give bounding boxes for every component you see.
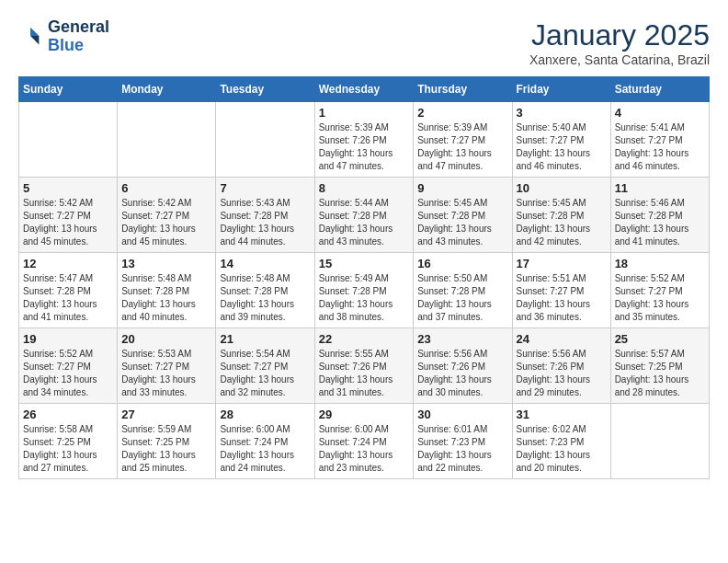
day-info: Sunrise: 5:49 AM Sunset: 7:28 PM Dayligh… [319,272,410,324]
day-info: Sunrise: 6:02 AM Sunset: 7:23 PM Dayligh… [517,423,607,475]
day-info: Sunrise: 6:00 AM Sunset: 7:24 PM Dayligh… [319,423,410,475]
day-info: Sunrise: 5:46 AM Sunset: 7:28 PM Dayligh… [615,197,705,248]
calendar-cell: 27Sunrise: 5:59 AM Sunset: 7:25 PM Dayli… [118,404,216,479]
day-info: Sunrise: 5:47 AM Sunset: 7:28 PM Dayligh… [23,272,113,324]
day-info: Sunrise: 5:58 AM Sunset: 7:25 PM Dayligh… [23,423,113,475]
logo: General Blue [18,18,109,55]
weekday-header-monday: Monday [118,77,216,102]
day-number: 19 [23,332,113,346]
day-number: 8 [319,181,410,195]
weekday-header-sunday: Sunday [19,77,118,102]
title-block: January 2025 Xanxere, Santa Catarina, Br… [529,18,710,67]
calendar-cell: 19Sunrise: 5:52 AM Sunset: 7:27 PM Dayli… [19,328,118,404]
calendar-cell: 29Sunrise: 6:00 AM Sunset: 7:24 PM Dayli… [314,404,414,479]
logo-icon [18,24,44,50]
weekday-header-tuesday: Tuesday [216,77,314,102]
calendar-cell: 31Sunrise: 6:02 AM Sunset: 7:23 PM Dayli… [512,404,610,479]
day-number: 24 [517,332,607,346]
calendar-cell: 17Sunrise: 5:51 AM Sunset: 7:27 PM Dayli… [512,253,610,328]
day-info: Sunrise: 5:44 AM Sunset: 7:28 PM Dayligh… [319,197,410,248]
day-number: 26 [23,408,113,421]
calendar-cell: 4Sunrise: 5:41 AM Sunset: 7:27 PM Daylig… [610,102,709,178]
day-info: Sunrise: 6:01 AM Sunset: 7:23 PM Dayligh… [417,423,507,475]
day-number: 2 [417,106,507,120]
day-number: 10 [517,181,607,195]
day-info: Sunrise: 5:48 AM Sunset: 7:28 PM Dayligh… [121,272,211,324]
day-info: Sunrise: 5:50 AM Sunset: 7:28 PM Dayligh… [417,272,507,324]
calendar-cell: 10Sunrise: 5:45 AM Sunset: 7:28 PM Dayli… [512,178,610,253]
calendar-week-row: 1Sunrise: 5:39 AM Sunset: 7:26 PM Daylig… [19,102,710,178]
calendar-cell: 28Sunrise: 6:00 AM Sunset: 7:24 PM Dayli… [216,404,314,479]
calendar-cell: 18Sunrise: 5:52 AM Sunset: 7:27 PM Dayli… [610,253,709,328]
day-number: 18 [615,257,705,270]
day-number: 1 [319,106,410,120]
calendar-cell: 24Sunrise: 5:56 AM Sunset: 7:26 PM Dayli… [512,328,610,404]
day-info: Sunrise: 5:51 AM Sunset: 7:27 PM Dayligh… [517,272,607,324]
weekday-header-thursday: Thursday [414,77,512,102]
calendar-cell: 11Sunrise: 5:46 AM Sunset: 7:28 PM Dayli… [610,178,709,253]
day-info: Sunrise: 5:56 AM Sunset: 7:26 PM Dayligh… [417,348,507,399]
day-number: 27 [121,408,211,421]
calendar-cell: 13Sunrise: 5:48 AM Sunset: 7:28 PM Dayli… [118,253,216,328]
calendar-cell: 23Sunrise: 5:56 AM Sunset: 7:26 PM Dayli… [414,328,512,404]
calendar-week-row: 12Sunrise: 5:47 AM Sunset: 7:28 PM Dayli… [19,253,710,328]
weekday-header-row: SundayMondayTuesdayWednesdayThursdayFrid… [19,77,710,102]
calendar-cell: 22Sunrise: 5:55 AM Sunset: 7:26 PM Dayli… [314,328,414,404]
day-info: Sunrise: 5:43 AM Sunset: 7:28 PM Dayligh… [220,197,310,248]
day-number: 13 [121,257,211,270]
day-info: Sunrise: 5:42 AM Sunset: 7:27 PM Dayligh… [23,197,113,248]
day-number: 3 [517,106,607,120]
day-number: 15 [319,257,410,270]
calendar-cell: 8Sunrise: 5:44 AM Sunset: 7:28 PM Daylig… [314,178,414,253]
svg-marker-1 [30,36,39,44]
calendar-cell [610,404,709,479]
day-number: 23 [417,332,507,346]
day-info: Sunrise: 5:45 AM Sunset: 7:28 PM Dayligh… [517,197,607,248]
location-subtitle: Xanxere, Santa Catarina, Brazil [529,52,710,67]
day-info: Sunrise: 5:55 AM Sunset: 7:26 PM Dayligh… [319,348,410,399]
day-info: Sunrise: 5:53 AM Sunset: 7:27 PM Dayligh… [121,348,211,399]
calendar-week-row: 19Sunrise: 5:52 AM Sunset: 7:27 PM Dayli… [19,328,710,404]
calendar-cell: 12Sunrise: 5:47 AM Sunset: 7:28 PM Dayli… [19,253,118,328]
calendar-cell: 1Sunrise: 5:39 AM Sunset: 7:26 PM Daylig… [314,102,414,178]
calendar-cell: 20Sunrise: 5:53 AM Sunset: 7:27 PM Dayli… [118,328,216,404]
calendar-cell: 7Sunrise: 5:43 AM Sunset: 7:28 PM Daylig… [216,178,314,253]
day-info: Sunrise: 5:59 AM Sunset: 7:25 PM Dayligh… [121,423,211,475]
day-number: 12 [23,257,113,270]
calendar-cell: 26Sunrise: 5:58 AM Sunset: 7:25 PM Dayli… [19,404,118,479]
calendar-cell [19,102,118,178]
day-number: 11 [615,181,705,195]
calendar-cell: 21Sunrise: 5:54 AM Sunset: 7:27 PM Dayli… [216,328,314,404]
weekday-header-friday: Friday [512,77,610,102]
day-number: 25 [615,332,705,346]
calendar-cell [118,102,216,178]
day-info: Sunrise: 5:42 AM Sunset: 7:27 PM Dayligh… [121,197,211,248]
calendar-cell: 14Sunrise: 5:48 AM Sunset: 7:28 PM Dayli… [216,253,314,328]
day-number: 9 [417,181,507,195]
calendar-cell: 15Sunrise: 5:49 AM Sunset: 7:28 PM Dayli… [314,253,414,328]
day-number: 5 [23,181,113,195]
day-info: Sunrise: 5:48 AM Sunset: 7:28 PM Dayligh… [220,272,310,324]
day-info: Sunrise: 5:39 AM Sunset: 7:26 PM Dayligh… [319,121,410,173]
day-info: Sunrise: 5:52 AM Sunset: 7:27 PM Dayligh… [615,272,705,324]
day-number: 17 [517,257,607,270]
day-number: 4 [615,106,705,120]
calendar-week-row: 5Sunrise: 5:42 AM Sunset: 7:27 PM Daylig… [19,178,710,253]
month-title: January 2025 [529,18,710,52]
day-number: 28 [220,408,310,421]
day-number: 29 [319,408,410,421]
day-number: 16 [417,257,507,270]
calendar-cell [216,102,314,178]
page-header: General Blue January 2025 Xanxere, Santa… [18,18,710,67]
day-number: 6 [121,181,211,195]
day-info: Sunrise: 5:40 AM Sunset: 7:27 PM Dayligh… [517,121,607,173]
day-info: Sunrise: 5:39 AM Sunset: 7:27 PM Dayligh… [417,121,507,173]
calendar-cell: 30Sunrise: 6:01 AM Sunset: 7:23 PM Dayli… [414,404,512,479]
day-number: 20 [121,332,211,346]
calendar-cell: 2Sunrise: 5:39 AM Sunset: 7:27 PM Daylig… [414,102,512,178]
svg-marker-0 [30,28,39,36]
calendar-cell: 3Sunrise: 5:40 AM Sunset: 7:27 PM Daylig… [512,102,610,178]
weekday-header-wednesday: Wednesday [314,77,414,102]
calendar-table: SundayMondayTuesdayWednesdayThursdayFrid… [18,76,710,479]
day-info: Sunrise: 5:52 AM Sunset: 7:27 PM Dayligh… [23,348,113,399]
